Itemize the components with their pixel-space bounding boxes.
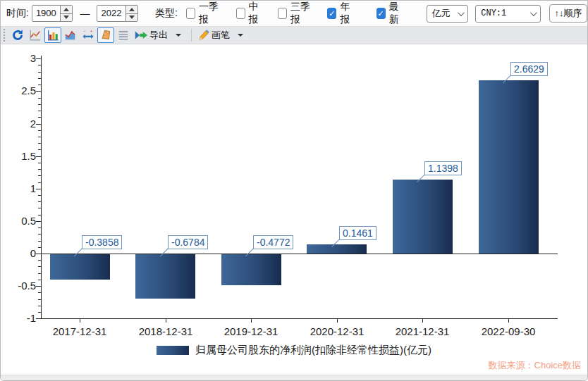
y-minor-tick: [38, 201, 41, 202]
y-axis-label: 0: [6, 247, 36, 259]
export-dropdown-caret[interactable]: [176, 34, 181, 37]
y-minor-tick: [38, 85, 41, 85]
export-button[interactable]: 导出: [133, 27, 171, 43]
window-bottom-edge: [1, 375, 587, 380]
y-minor-tick: [38, 78, 41, 79]
checkbox-unchecked-icon[interactable]: [186, 8, 195, 19]
value-label: -0.6784: [168, 235, 208, 249]
x-axis-tick: [251, 319, 252, 323]
checkbox-label: 中报: [249, 1, 264, 26]
type-checkbox-4[interactable]: ✓最新: [376, 1, 405, 26]
brush-button[interactable]: 画笔: [196, 27, 233, 43]
x-axis-line: [41, 318, 558, 319]
type-checkbox-1[interactable]: 中报: [236, 1, 264, 26]
y-minor-tick: [38, 234, 41, 235]
axis-range-icon: - +: [82, 29, 94, 42]
y-minor-tick: [38, 137, 41, 137]
start-year-value[interactable]: 1900: [32, 6, 61, 21]
checkbox-checked-icon[interactable]: ✓: [376, 8, 386, 19]
y-axis-label: 1: [6, 182, 36, 194]
y-minor-tick: [38, 182, 41, 183]
y-major-tick: [36, 318, 41, 319]
value-label: 1.1398: [424, 161, 462, 175]
currency-select[interactable]: CNY:1: [475, 5, 541, 23]
chevron-down-icon: [458, 9, 465, 16]
spin-down-icon: [129, 15, 135, 19]
chart-legend: 归属母公司股东的净利润(扣除非经常性损益)(亿元): [1, 344, 587, 357]
y-minor-tick: [38, 266, 41, 267]
spin-down-button[interactable]: [61, 14, 72, 22]
refresh-button[interactable]: [9, 27, 26, 43]
start-year-spin-buttons[interactable]: [60, 6, 72, 21]
spin-up-icon: [129, 8, 135, 11]
y-minor-tick: [38, 175, 41, 176]
unit-select[interactable]: 亿元: [427, 5, 469, 23]
y-major-tick: [36, 156, 41, 157]
y-minor-tick: [38, 312, 41, 313]
checkbox-checked-icon[interactable]: ✓: [327, 8, 336, 19]
y-minor-tick: [38, 169, 41, 170]
svg-text:+: +: [90, 29, 93, 34]
tag-button[interactable]: [97, 27, 114, 43]
chart-toolbar: - + 导出: [1, 26, 587, 44]
y-major-tick: [36, 286, 41, 287]
spin-down-button[interactable]: [126, 14, 137, 22]
spin-up-button[interactable]: [61, 6, 72, 14]
pencil-icon: [197, 29, 210, 42]
y-major-tick: [36, 189, 41, 189]
x-axis-tick: [508, 319, 509, 323]
bar-2022-09-30: [479, 80, 539, 254]
checkbox-label: 最新: [389, 1, 405, 26]
brush-label: 画笔: [212, 29, 230, 42]
y-major-tick: [36, 58, 41, 59]
axis-range-button[interactable]: - +: [80, 27, 97, 43]
y-axis-label: 0.5: [6, 215, 36, 227]
bar-chart-button[interactable]: [44, 27, 61, 43]
checkbox-unchecked-icon[interactable]: [278, 8, 287, 19]
bar-chart-plot: 32.521.510.50-0.5-12017-12-31-0.38582018…: [1, 45, 587, 374]
sort-order-button[interactable]: ↑↓顺序: [549, 4, 587, 23]
checkbox-label: 三季报: [290, 1, 314, 26]
list-button[interactable]: [115, 27, 132, 43]
area-chart-button[interactable]: [62, 27, 79, 43]
brush-dropdown-caret[interactable]: [238, 34, 243, 37]
chart-area: 32.521.510.50-0.5-12017-12-31-0.38582018…: [1, 45, 587, 374]
toolbar-grip-handle[interactable]: [4, 29, 7, 42]
zero-line: [41, 254, 558, 254]
export-label: 导出: [149, 29, 168, 42]
list-icon: [117, 29, 130, 42]
checkbox-unchecked-icon[interactable]: [236, 8, 245, 19]
spin-up-button[interactable]: [126, 6, 137, 14]
type-checkbox-0[interactable]: 一季报: [186, 1, 223, 26]
export-icon: [134, 30, 148, 41]
end-year-value[interactable]: 2022: [97, 6, 125, 21]
line-chart-icon: [29, 29, 42, 42]
unit-select-value: 亿元: [432, 7, 451, 20]
data-source-note: 数据来源：Choice数据: [489, 359, 581, 372]
line-chart-button[interactable]: [27, 27, 44, 43]
end-year-spin-buttons[interactable]: [125, 6, 137, 21]
y-axis-label: 2: [6, 118, 36, 130]
y-major-tick: [36, 221, 41, 222]
y-axis-label: 1.5: [6, 150, 36, 162]
type-checkbox-2[interactable]: 三季报: [278, 1, 314, 26]
end-year-spinner[interactable]: 2022: [97, 5, 138, 22]
bar-chart-icon: [47, 29, 59, 42]
y-minor-tick: [38, 72, 41, 73]
y-minor-tick: [38, 227, 41, 228]
type-checkbox-3[interactable]: ✓年报: [327, 1, 355, 26]
bar-2020-12-31: [307, 244, 367, 254]
y-minor-tick: [38, 130, 41, 131]
chevron-down-icon: [530, 9, 537, 16]
checkbox-label: 一季报: [199, 1, 222, 26]
app-window: 时间: 1900 — 2022 类型: 一季报中报三季报✓年报✓最新 亿元 CN…: [0, 0, 588, 381]
range-dash: —: [80, 8, 90, 19]
start-year-spinner[interactable]: 1900: [32, 5, 73, 22]
y-axis-label: -1: [6, 312, 36, 324]
x-axis-tick: [337, 319, 338, 323]
refresh-icon: [11, 29, 24, 42]
x-axis-label: 2018-12-31: [127, 325, 204, 337]
value-label: -0.3858: [82, 235, 122, 249]
legend-swatch: [157, 346, 189, 355]
y-minor-tick: [38, 299, 41, 300]
